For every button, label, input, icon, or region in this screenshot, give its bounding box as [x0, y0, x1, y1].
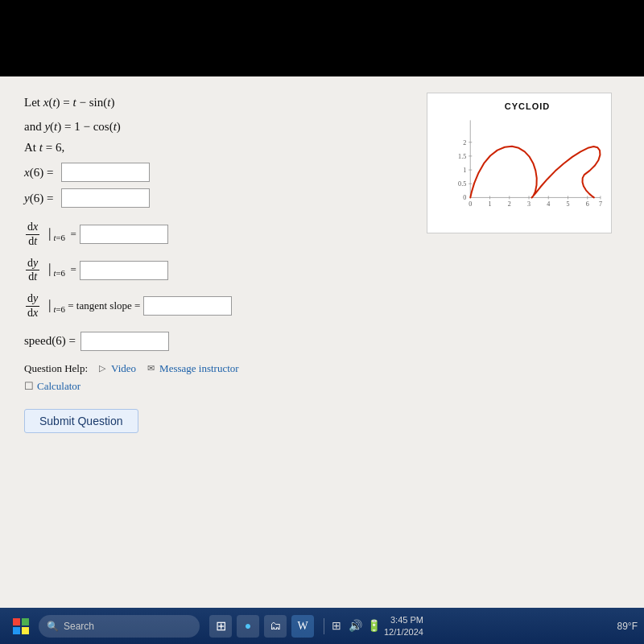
task-icon-2[interactable]: ●: [237, 615, 259, 638]
dydx-fraction: dy dx: [26, 292, 39, 320]
y6-input[interactable]: [61, 188, 150, 208]
x6-row: x(6) =: [24, 163, 411, 182]
dydx-eval-label: │t=6 = tangent slope =: [46, 299, 140, 314]
problem-line1: Let x(t) = t − sin(t): [24, 93, 411, 112]
start-button[interactable]: [6, 612, 35, 641]
battery-icon: 🔋: [365, 619, 382, 633]
svg-text:1: 1: [463, 167, 466, 174]
message-icon: ✉: [144, 363, 157, 374]
system-clock: 3:45 PM 12/1/2024: [384, 614, 423, 638]
task-icon-1[interactable]: ⊞: [209, 615, 232, 638]
x6-label: x(6) =: [24, 166, 56, 180]
svg-text:6: 6: [586, 200, 589, 208]
svg-text:3: 3: [527, 200, 530, 208]
calculator-row[interactable]: ☐ Calculator: [24, 380, 411, 393]
dydt-row: dy dt │t=6 =: [24, 257, 411, 285]
y6-label: y(6) =: [24, 192, 56, 205]
y6-row: y(6) =: [24, 188, 411, 208]
video-link[interactable]: ▷ Video: [96, 362, 136, 375]
graph-panel: CYCLOID 0 0.5 1: [427, 93, 620, 433]
cycloid-graph: CYCLOID 0 0.5 1: [427, 93, 612, 233]
video-icon: ▷: [96, 363, 109, 374]
question-help-area: Question Help: ▷ Video ✉ Message instruc…: [24, 362, 411, 375]
svg-text:7: 7: [599, 200, 602, 208]
dydt-fraction: dy dt: [26, 257, 39, 285]
dydt-eval-label: │t=6 =: [46, 263, 76, 278]
network-icon: ⊞: [328, 619, 345, 633]
dxdt-input[interactable]: [80, 225, 168, 244]
dydx-row: dy dx │t=6 = tangent slope =: [24, 292, 411, 320]
temperature-display: 89°F: [617, 621, 638, 632]
cycloid-svg: 0 0.5 1 1.5 2 0: [450, 113, 605, 217]
system-tray: ⊞ 🔊 🔋 3:45 PM 12/1/2024: [322, 614, 423, 638]
calculator-checkbox-icon: ☐: [24, 380, 34, 393]
message-instructor-link[interactable]: ✉ Message instructor: [144, 362, 239, 375]
question-help-label: Question Help:: [24, 362, 88, 375]
svg-text:0.5: 0.5: [458, 180, 466, 188]
svg-text:2: 2: [463, 139, 466, 147]
svg-text:2: 2: [508, 200, 511, 208]
svg-text:1: 1: [488, 200, 491, 208]
taskbar: 🔍 Search ⊞ ● 🗂 W ⊞ 🔊 🔋 3:45 PM 12/1/2024…: [0, 608, 644, 644]
svg-text:4: 4: [547, 200, 550, 208]
problem-line3: At t = 6,: [24, 141, 411, 155]
svg-text:0: 0: [463, 194, 466, 201]
graph-title: CYCLOID: [450, 101, 605, 111]
x6-input[interactable]: [61, 163, 150, 182]
dydx-input[interactable]: [143, 296, 232, 316]
volume-icon: 🔊: [347, 619, 363, 633]
taskbar-search[interactable]: 🔍 Search: [39, 615, 200, 638]
calculator-label: Calculator: [37, 380, 80, 393]
task-icon-3[interactable]: 🗂: [264, 615, 287, 638]
search-icon: 🔍: [47, 621, 59, 632]
dxdt-eval-label: │t=6 =: [46, 228, 76, 242]
svg-text:1.5: 1.5: [458, 153, 466, 160]
dxdt-row: dx dt │t=6 =: [24, 221, 411, 249]
search-placeholder: Search: [64, 621, 94, 632]
speed-row: speed(6) =: [24, 332, 411, 351]
svg-text:0: 0: [469, 200, 472, 208]
submit-button[interactable]: Submit Question: [24, 409, 138, 433]
problem-line2: and y(t) = 1 − cos(t): [24, 117, 411, 136]
speed-input[interactable]: [80, 332, 169, 351]
dxdt-fraction: dx dt: [26, 221, 39, 249]
dydt-input[interactable]: [80, 261, 168, 280]
svg-text:5: 5: [567, 200, 570, 208]
speed-label: speed(6) =: [24, 334, 76, 348]
task-icon-4[interactable]: W: [291, 615, 314, 638]
